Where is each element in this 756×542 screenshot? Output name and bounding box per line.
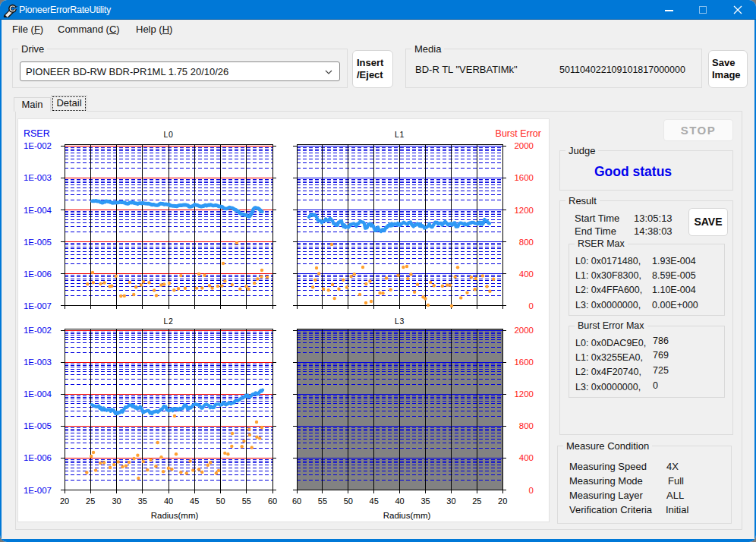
svg-text:35: 35 [421,496,430,506]
svg-text:1E-006: 1E-006 [24,453,52,462]
svg-text:RSER: RSER [24,128,50,139]
svg-text:L2: L2 [164,317,174,326]
svg-text:Radius(mm): Radius(mm) [383,511,431,520]
svg-text:45: 45 [370,496,379,506]
svg-text:1E-007: 1E-007 [24,486,52,495]
svg-text:1600: 1600 [514,173,534,182]
svg-text:1E-004: 1E-004 [24,389,52,399]
svg-text:400: 400 [519,453,534,462]
svg-text:L0: L0 [164,130,174,139]
svg-text:55: 55 [242,496,251,506]
svg-text:1E-002: 1E-002 [24,326,52,335]
svg-text:55: 55 [318,496,327,506]
svg-text:25: 25 [472,496,481,506]
svg-text:40: 40 [395,496,404,506]
svg-text:800: 800 [519,421,534,430]
svg-text:Burst Error: Burst Error [496,128,541,139]
svg-text:1E-007: 1E-007 [24,301,52,310]
svg-text:1E-003: 1E-003 [24,173,52,182]
svg-text:0: 0 [529,486,534,495]
svg-text:0: 0 [529,301,534,310]
svg-text:30: 30 [446,496,455,506]
svg-text:Radius(mm): Radius(mm) [151,511,199,520]
svg-text:20: 20 [498,496,507,506]
svg-text:2000: 2000 [514,326,534,335]
svg-text:20: 20 [60,496,69,506]
svg-text:2000: 2000 [514,141,534,150]
svg-text:30: 30 [112,496,121,506]
svg-text:1200: 1200 [514,389,534,399]
svg-text:40: 40 [164,496,173,506]
svg-text:400: 400 [519,269,534,279]
svg-text:800: 800 [519,238,534,247]
svg-text:1200: 1200 [514,206,534,215]
svg-text:1E-003: 1E-003 [24,358,52,367]
svg-text:60: 60 [268,496,277,506]
svg-text:1600: 1600 [514,358,534,367]
svg-text:1E-006: 1E-006 [24,269,52,279]
svg-text:1E-005: 1E-005 [24,421,52,430]
svg-text:L3: L3 [395,317,405,326]
svg-text:25: 25 [86,496,95,506]
svg-text:50: 50 [344,496,353,506]
svg-text:1E-004: 1E-004 [24,206,52,215]
svg-text:1E-002: 1E-002 [24,141,52,150]
svg-text:1E-005: 1E-005 [24,238,52,247]
svg-text:50: 50 [216,496,225,506]
svg-text:L1: L1 [395,130,405,139]
svg-text:35: 35 [138,496,147,506]
svg-text:45: 45 [190,496,199,506]
svg-text:60: 60 [292,496,301,506]
